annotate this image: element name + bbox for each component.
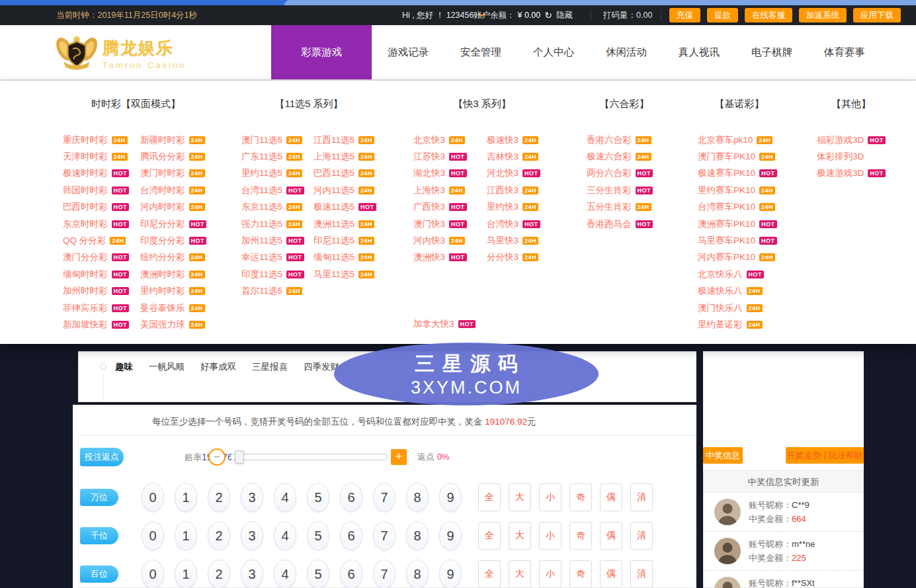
filter-button[interactable]: 清 [630,522,653,550]
lottery-link[interactable]: 福彩游戏3DHOT [817,132,890,148]
filter-button[interactable]: 小 [539,560,562,588]
play-help-button[interactable]: 玩法帮助 [829,450,863,462]
digit-button[interactable]: 5 [307,483,329,512]
lottery-link[interactable]: 极速赛车PK10HOT [698,165,786,182]
lottery-link[interactable]: QQ 分分彩24H [63,232,136,249]
filter-button[interactable]: 奇 [569,483,592,511]
filter-button[interactable]: 偶 [600,560,622,588]
lottery-link[interactable]: 台湾快3HOT [487,216,556,232]
lottery-link[interactable]: 台湾时时彩24H [140,182,213,198]
draw-trend-button[interactable]: 开奖走势 [787,450,821,462]
lottery-link[interactable]: 澳洲赛车PK10HOT [698,216,786,232]
nav-item[interactable]: 个人中心 [517,25,590,79]
lottery-link[interactable]: 澳门时时彩24H [140,165,213,182]
increase-button[interactable]: + [391,449,407,465]
lottery-link[interactable]: 印度分分彩HOT [140,232,213,249]
lottery-link[interactable]: 五分生肖彩24H [587,199,667,216]
filter-button[interactable]: 偶 [600,483,622,511]
lottery-link[interactable]: 湖北快3HOT [413,165,482,182]
nav-item[interactable]: 真人视讯 [663,25,735,79]
lottery-link[interactable]: 新加坡快彩HOT [63,316,136,333]
lottery-link[interactable]: 台湾11选5HOT [241,182,309,198]
lottery-link[interactable]: 极速游戏3DHOT [817,165,890,182]
lottery-link[interactable]: 巴西11选524H [313,165,381,182]
lottery-link[interactable]: 印度11选5HOT [241,266,309,282]
lottery-link[interactable]: 极速11选5HOT [313,199,381,216]
digit-button[interactable]: 0 [142,560,164,588]
filter-button[interactable]: 小 [539,522,562,550]
nav-item[interactable]: 游戏记录 [372,25,444,79]
nav-item[interactable]: 电子棋牌 [735,25,808,79]
lottery-link[interactable]: 河北快3HOT [487,165,556,182]
filter-button[interactable]: 偶 [600,522,622,550]
lottery-link[interactable]: 纽约分分彩24H [140,249,213,266]
lottery-link[interactable]: 强力11选524H [241,216,309,232]
lottery-link[interactable]: 吉林快324H [487,148,556,165]
lottery-link[interactable]: 马里11选524H [313,266,381,282]
digit-button[interactable]: 8 [406,521,429,550]
lottery-link[interactable]: 极速快324H [487,132,556,148]
lottery-link[interactable]: 马里赛车PK10HOT [698,232,786,249]
lottery-link[interactable]: 澳门分分彩HOT [63,249,136,266]
lottery-link[interactable]: 印尼分分彩HOT [140,216,213,232]
lottery-link[interactable]: 澳门赛车PK1024H [698,148,786,165]
lottery-link[interactable]: 三分生肖彩HOT [587,182,667,198]
lottery-link[interactable]: 里约快324H [487,199,556,216]
filter-button[interactable]: 全 [478,560,501,588]
slider-handle[interactable] [235,450,244,464]
filter-button[interactable]: 奇 [569,522,592,550]
lottery-link[interactable]: 缅甸11选524H [313,249,381,266]
digit-button[interactable]: 4 [274,521,296,550]
lottery-link[interactable]: 澳洲快3HOT [413,249,482,266]
lottery-link[interactable]: 里约赛车PK1024H [698,182,786,198]
lottery-link[interactable]: 美国强力球24H [140,316,213,333]
topbar-button[interactable]: 应用下载 [853,8,901,22]
digit-button[interactable]: 3 [241,483,263,512]
lottery-link[interactable]: 里约基诺彩24H [698,316,786,333]
lottery-link[interactable]: 北京快乐八HOT [698,266,786,282]
digit-button[interactable]: 7 [373,483,396,512]
lottery-link[interactable]: 河内快324H [413,232,482,249]
lottery-link[interactable]: 分分快324H [487,249,556,266]
lottery-link[interactable]: 加州11选5HOT [241,232,309,249]
digit-button[interactable]: 6 [340,521,362,550]
digit-button[interactable]: 1 [175,560,197,588]
lottery-link[interactable]: 重庆时时彩24H [63,132,136,148]
digit-button[interactable]: 0 [142,483,164,512]
lottery-link[interactable]: 河内时时彩24H [140,199,213,216]
filter-button[interactable]: 全 [478,483,501,511]
lottery-link[interactable]: 北京快324H [413,132,482,148]
lottery-link[interactable]: 上海11选524H [313,148,381,165]
lottery-link[interactable]: 江西11选524H [313,132,381,148]
digit-button[interactable]: 2 [208,483,230,512]
lottery-link[interactable]: 极速快乐八24H [698,283,786,300]
digit-button[interactable]: 0 [142,521,164,550]
lottery-link[interactable]: 广西快3HOT [413,199,482,216]
lottery-link[interactable]: 江苏快3HOT [413,148,482,165]
slider-track[interactable] [230,454,388,460]
lottery-link[interactable]: 广东11选524H [241,148,309,165]
topbar-button[interactable]: 在线客服 [745,8,792,22]
filter-button[interactable]: 奇 [569,560,592,588]
lottery-link[interactable]: 澳门11选524H [241,132,309,148]
topbar-button[interactable]: 加速系统 [799,8,847,22]
digit-button[interactable]: 9 [439,521,462,550]
lottery-link[interactable]: 澳洲时时彩24H [140,266,213,282]
lottery-link[interactable]: 澳门快3HOT [413,216,482,232]
lottery-link[interactable]: 东京11选524H [241,199,309,216]
digit-button[interactable]: 3 [241,560,263,588]
topbar-button[interactable]: 充值 [669,8,700,22]
digit-button[interactable]: 1 [175,521,197,550]
lottery-link[interactable]: 印尼11选524H [313,232,381,249]
lottery-link[interactable]: 加拿大快3HOT [413,315,482,332]
lottery-link[interactable]: 首尔11选524H [241,283,309,300]
tab-0[interactable]: 趣味 [115,360,133,374]
lottery-link[interactable]: 极速时时彩HOT [63,165,136,182]
tab-3[interactable]: 三星报喜 [252,360,288,374]
decrease-button[interactable]: − [208,448,226,466]
lottery-link[interactable]: 腾讯分分彩24H [140,148,213,165]
digit-button[interactable]: 7 [373,560,396,588]
topbar-button[interactable]: 提款 [707,8,738,22]
tab-1[interactable]: 一帆风顺 [149,360,185,374]
digit-button[interactable]: 6 [340,483,362,512]
